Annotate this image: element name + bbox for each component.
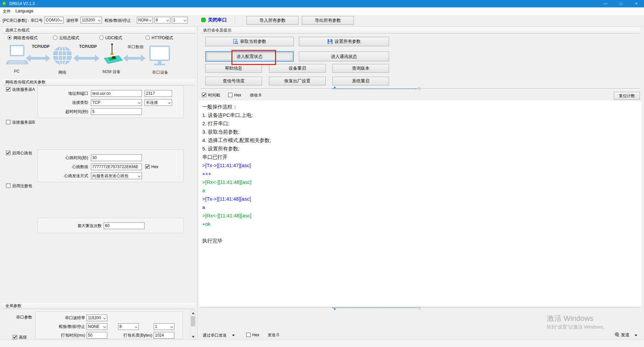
server-b-label[interactable]: 连接服务器B — [12, 120, 35, 125]
com-port-select[interactable]: COM10 — [44, 17, 64, 23]
send-speaker-icon[interactable] — [614, 332, 620, 337]
import-params-button[interactable]: 导入所有参数 — [247, 16, 299, 25]
conn-type-label: 连接类型 — [41, 99, 88, 106]
recv-hex-label[interactable]: Hex — [234, 93, 241, 97]
timeout-input[interactable]: 5 — [91, 108, 142, 115]
chevron-down-icon — [103, 325, 106, 328]
heartbeat-data-input[interactable]: 7777772E7573722E636E — [91, 163, 142, 170]
log-output[interactable]: 一般操作流程：1. 设备连PC串口,上电;2. 打开串口;3. 获取当前参数;4… — [199, 100, 641, 306]
radio-net-passthrough[interactable] — [7, 36, 12, 40]
send-hex-checkbox[interactable] — [246, 333, 251, 337]
send-dropdown-arrow-icon[interactable] — [635, 335, 637, 336]
export-params-button[interactable]: 导出所有参数 — [302, 16, 354, 25]
diagram-net-label: 网络 — [54, 70, 71, 75]
baud-select[interactable]: 115200 — [80, 17, 102, 23]
splitter-top-handle[interactable] — [332, 88, 417, 89]
mode-diagram — [4, 44, 194, 69]
log-line: +ok — [202, 220, 641, 228]
advanced-label[interactable]: 高级 — [19, 335, 27, 340]
global-stopbits-select[interactable]: 1 — [154, 323, 174, 330]
heartbeat-label[interactable]: 启用心跳包 — [12, 151, 32, 155]
timestamp-label[interactable]: 时间戳 — [208, 93, 220, 97]
radio-httpd-label[interactable]: HTTPD模式 — [152, 36, 173, 40]
pack-time-label: 打包时间(ms) — [37, 332, 85, 339]
splitter-end-icon[interactable] — [418, 307, 420, 309]
heartbeat-checkbox[interactable] — [6, 151, 10, 155]
menu-file[interactable]: 文件 — [3, 9, 11, 14]
heartbeat-mode-select[interactable]: 向服务器发送心跳包 — [91, 172, 142, 179]
log-line: 一般操作流程： — [202, 102, 641, 111]
collapse-down-icon[interactable] — [333, 308, 336, 310]
serial-port-label: [PC串口参数]：串口号 — [3, 18, 43, 23]
close-port-button[interactable]: 关闭串口 — [208, 17, 227, 23]
radio-cloud-label[interactable]: 云组态模式 — [59, 36, 79, 40]
parity-select[interactable]: NONI — [137, 17, 153, 23]
chevron-down-icon — [138, 101, 141, 104]
server-b-checkbox[interactable] — [6, 120, 10, 124]
signal-strength-button[interactable]: 查信号强度 — [205, 77, 262, 85]
radio-udc[interactable] — [99, 36, 104, 40]
global-parity-select[interactable]: NONE — [87, 323, 107, 330]
close-button[interactable]: × — [629, 0, 644, 7]
left-panel-scrollbar[interactable] — [190, 310, 196, 340]
net-params-header: 网络透传模式相关参数 — [3, 79, 195, 85]
scroll-down-icon[interactable] — [191, 334, 196, 339]
maximize-button[interactable]: □ — [613, 0, 629, 7]
stopbits-select[interactable]: 1 — [172, 17, 188, 23]
server-a-address-input[interactable]: test.usr.cn — [91, 90, 142, 97]
collapse-up-icon[interactable] — [333, 86, 336, 88]
scrollbar-thumb[interactable] — [191, 316, 195, 326]
send-hex-label[interactable]: Hex — [252, 333, 259, 337]
global-databits-select[interactable]: 8 — [118, 323, 139, 330]
keepalive-select[interactable]: 长连接 — [145, 99, 172, 106]
splitter-bottom[interactable] — [201, 307, 640, 309]
splitter-top[interactable] — [201, 88, 640, 90]
factory-reset-button[interactable]: 恢复出厂设置 — [269, 77, 326, 85]
splitter-end-icon[interactable] — [418, 87, 420, 90]
help-button[interactable]: 帮助信息 — [205, 64, 262, 73]
dropdown-arrow-icon[interactable] — [232, 335, 235, 336]
pack-len-input[interactable]: 1024 — [154, 332, 174, 339]
advanced-checkbox[interactable] — [13, 335, 17, 339]
pack-time-input[interactable]: 50 — [87, 332, 107, 339]
radio-cloud[interactable] — [53, 36, 57, 40]
get-params-button[interactable]: 获取当前参数 — [205, 37, 294, 46]
log-line: 4. 选择工作模式,配置相关参数; — [202, 136, 641, 144]
pack-len-label: 打包长度(Bytes) — [118, 332, 152, 339]
server-a-port-input[interactable]: 2317 — [145, 90, 172, 97]
heartbeat-data-label: 心跳数据 — [41, 163, 88, 170]
enter-comm-button[interactable]: 进入通讯状态 — [299, 52, 389, 61]
device-restart-button[interactable]: 设备重启 — [269, 64, 326, 73]
server-a-checkbox[interactable] — [6, 87, 10, 91]
query-version-button[interactable]: 查询版本 — [332, 64, 389, 73]
reset-count-button[interactable]: 复位计数 — [614, 92, 640, 100]
minimize-button[interactable]: — — [598, 0, 613, 7]
statusbar — [0, 340, 644, 347]
global-serial-group: 串口波特率 115200 检验/数据/停止 NONE 8 1 打包时间(ms) … — [35, 311, 183, 339]
set-params-button[interactable]: 设置所有参数 — [299, 37, 389, 46]
log-line: +++ — [202, 169, 641, 178]
radio-httpd[interactable] — [146, 36, 150, 40]
server-a-label[interactable]: 连接服务器A — [12, 87, 35, 92]
splitter-bottom-handle[interactable] — [332, 307, 417, 308]
heartbeat-hex-label[interactable]: Hex — [151, 164, 158, 169]
send-button[interactable]: 发送 — [621, 333, 630, 337]
log-line: 3. 获取当前参数; — [202, 128, 641, 136]
menu-language[interactable]: Language — [15, 9, 33, 13]
heartbeat-time-input[interactable]: 30 — [91, 154, 142, 161]
recv-hex-checkbox[interactable] — [228, 93, 232, 97]
register-checkbox[interactable] — [6, 184, 10, 188]
system-restart-button[interactable]: 系统重启 — [332, 77, 389, 85]
conn-type-select[interactable]: TCP — [91, 99, 142, 106]
radio-udc-label[interactable]: UDC模式 — [105, 36, 122, 40]
radio-net-passthrough-label[interactable]: 网络透传模式 — [13, 36, 38, 40]
global-baud-select[interactable]: 115200 — [87, 315, 107, 321]
reconnect-input[interactable]: 60 — [104, 222, 145, 229]
register-label[interactable]: 启用注册包 — [12, 184, 32, 188]
timestamp-checkbox[interactable] — [202, 93, 206, 97]
heartbeat-hex-checkbox[interactable] — [145, 164, 150, 169]
databits-select[interactable]: 8 — [154, 17, 170, 23]
scroll-up-icon[interactable] — [191, 310, 196, 316]
send-via-serial-dropdown[interactable]: 通过串口发送 — [203, 333, 227, 338]
log-line: >[Rx<-][11:41:48][asc] — [202, 178, 641, 186]
